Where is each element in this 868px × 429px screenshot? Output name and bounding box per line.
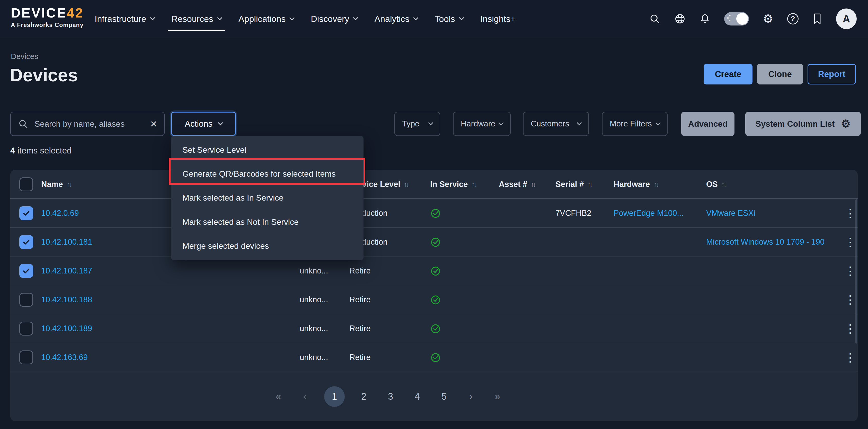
scrollbar[interactable]	[856, 199, 857, 344]
menu-item-mark-in-service[interactable]: Mark selected as In Service	[171, 186, 364, 210]
settings-gear-icon[interactable]: ⚙	[763, 13, 773, 25]
filter-customers-dropdown[interactable]: Customers	[523, 112, 589, 136]
device-name-link[interactable]: 10.42.100.189	[41, 324, 92, 333]
row-checkbox[interactable]	[19, 322, 33, 336]
table-footer: « ‹ 1 2 3 4 5 › » Total2291Devices	[10, 372, 858, 421]
pagination-page-4[interactable]: 4	[409, 391, 425, 402]
hardware-link[interactable]: PowerEdge M100...	[614, 208, 684, 218]
row-menu-kebab-icon[interactable]: ⋮	[844, 294, 856, 306]
row-menu-kebab-icon[interactable]: ⋮	[844, 323, 856, 335]
dark-mode-toggle[interactable]: ☾	[724, 12, 749, 26]
search-icon[interactable]	[649, 13, 660, 25]
report-button[interactable]: Report	[808, 64, 856, 84]
create-button[interactable]: Create	[704, 64, 752, 84]
nav-item-tools[interactable]: Tools	[435, 0, 463, 37]
menu-item-merge-selected-devices[interactable]: Merge selected devices	[171, 234, 364, 258]
breadcrumb[interactable]: Devices	[11, 52, 38, 61]
table-header-asset[interactable]: Asset #↑↓	[499, 170, 536, 199]
pagination-last-button[interactable]: »	[490, 391, 505, 402]
sort-icon: ↑↓	[404, 180, 409, 189]
device-name-link[interactable]: 10.42.100.187	[41, 266, 92, 276]
search-icon	[18, 119, 28, 129]
device-name-link[interactable]: 10.42.100.181	[41, 237, 92, 247]
row-checkbox[interactable]	[19, 206, 33, 220]
nav-item-resources[interactable]: Resources	[171, 0, 221, 37]
in-service-check-icon	[430, 236, 441, 248]
chevron-down-icon	[218, 120, 223, 125]
in-service-check-icon	[430, 207, 441, 219]
sort-icon: ↑↓	[471, 180, 477, 189]
chevron-down-icon	[428, 120, 433, 125]
nav-item-analytics[interactable]: Analytics	[374, 0, 417, 37]
in-service-check-icon	[430, 352, 441, 363]
row-menu-kebab-icon[interactable]: ⋮	[844, 265, 856, 277]
chevron-down-icon	[655, 120, 661, 125]
chevron-down-icon	[577, 120, 582, 125]
device-name-link[interactable]: 10.42.0.69	[41, 208, 79, 218]
top-navigation-bar: DEVICE42 A Freshworks Company Infrastruc…	[0, 0, 868, 38]
menu-item-mark-not-in-service[interactable]: Mark selected as Not In Service	[171, 210, 364, 234]
table-row: 10.42.163.69 unkno... Retire ⋮	[10, 343, 858, 372]
globe-icon[interactable]	[674, 13, 686, 25]
pagination-first-button[interactable]: «	[271, 391, 286, 402]
devices-table-card: Name↑↓ Type↑↓ Service Level↑↓ In Service…	[10, 170, 858, 421]
row-checkbox[interactable]	[19, 350, 33, 364]
filter-type-dropdown[interactable]: Type	[394, 112, 440, 136]
nav-item-discovery[interactable]: Discovery	[311, 0, 357, 37]
nav-item-insights[interactable]: Insights+	[480, 0, 516, 37]
row-menu-kebab-icon[interactable]: ⋮	[844, 207, 856, 219]
filter-hardware-dropdown[interactable]: Hardware	[453, 112, 511, 136]
actions-dropdown-button[interactable]: Actions	[171, 112, 236, 136]
menu-item-generate-qr-barcodes[interactable]: Generate QR/Barcodes for selected Items	[171, 162, 364, 186]
type-cell: unkno...	[300, 256, 328, 285]
clear-search-icon[interactable]: ×	[150, 118, 157, 130]
table-header-os[interactable]: OS↑↓	[706, 170, 727, 199]
nav-item-applications[interactable]: Applications	[239, 0, 294, 37]
device-name-link[interactable]: 10.42.100.188	[41, 295, 92, 304]
notifications-bell-icon[interactable]	[700, 13, 710, 25]
help-icon[interactable]: ?	[787, 13, 799, 25]
selected-items-count: 4 items selected	[10, 146, 71, 155]
device42-logo[interactable]: DEVICE42 A Freshworks Company	[11, 6, 84, 29]
table-header-serial[interactable]: Serial #↑↓	[555, 170, 593, 199]
pagination-next-button[interactable]: ›	[463, 391, 478, 402]
gear-icon: ⚙	[841, 118, 850, 129]
row-checkbox[interactable]	[19, 293, 33, 307]
service-level-cell: Retire	[349, 343, 371, 372]
page-title: Devices	[10, 65, 78, 85]
row-checkbox[interactable]	[19, 264, 33, 278]
advanced-button[interactable]: Advanced	[681, 112, 735, 136]
table-row: 10.42.100.188 unkno... Retire ⋮	[10, 285, 858, 314]
user-avatar[interactable]: A	[836, 8, 857, 29]
row-checkbox[interactable]	[19, 235, 33, 249]
filter-more-filters-dropdown[interactable]: More Filters	[602, 112, 668, 136]
table-header-name[interactable]: Name↑↓	[41, 170, 72, 199]
serial-cell: 7VCFHB2	[555, 199, 591, 227]
system-column-list-button[interactable]: System Column List⚙	[745, 112, 861, 136]
pagination-page-5[interactable]: 5	[436, 391, 452, 402]
os-link[interactable]: VMware ESXi	[706, 208, 755, 218]
pagination-page-2[interactable]: 2	[356, 391, 371, 402]
type-cell: unkno...	[300, 285, 328, 314]
pagination-page-1[interactable]: 1	[324, 386, 345, 407]
sort-icon: ↑↓	[653, 180, 659, 189]
nav-item-infrastructure[interactable]: Infrastructure	[95, 0, 154, 37]
device-name-link[interactable]: 10.42.163.69	[41, 353, 88, 362]
table-row: 10.42.100.187 unkno... Retire ⋮	[10, 256, 858, 285]
sort-icon: ↑↓	[66, 180, 72, 189]
menu-item-set-service-level[interactable]: Set Service Level	[171, 138, 364, 162]
chevron-down-icon	[217, 15, 222, 20]
table-header-in-service[interactable]: In Service↑↓	[430, 170, 477, 199]
clone-button[interactable]: Clone	[757, 64, 803, 84]
pagination-prev-button[interactable]: ‹	[298, 391, 313, 402]
table-header-hardware[interactable]: Hardware↑↓	[614, 170, 659, 199]
select-all-checkbox[interactable]	[19, 170, 33, 199]
bookmark-icon[interactable]	[812, 13, 822, 25]
os-link[interactable]: Microsoft Windows 10 1709 - 190	[706, 237, 825, 247]
search-input[interactable]	[34, 119, 144, 129]
row-menu-kebab-icon[interactable]: ⋮	[844, 351, 856, 363]
pagination-page-3[interactable]: 3	[383, 391, 398, 402]
row-menu-kebab-icon[interactable]: ⋮	[844, 236, 856, 248]
service-level-cell: Retire	[349, 285, 371, 314]
sort-icon: ↑↓	[587, 180, 593, 189]
